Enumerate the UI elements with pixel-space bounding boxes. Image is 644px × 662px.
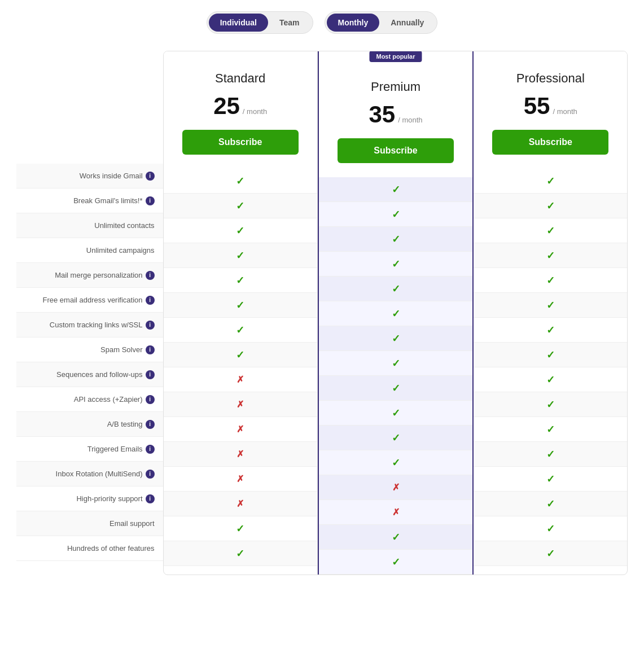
- feature-cell-professional-7: ✓: [474, 318, 627, 343]
- cross-icon: ✗: [236, 374, 244, 385]
- check-icon: ✓: [546, 349, 555, 361]
- feature-label-4: Unlimited campaigns: [16, 238, 163, 263]
- feature-label-9: Sequences and follow-upsi: [16, 362, 163, 387]
- plan-professional-subscribe[interactable]: Subscribe: [492, 130, 608, 155]
- feature-cell-standard-10: ✗: [164, 392, 317, 417]
- feature-label-text: Custom tracking links w/SSL: [50, 321, 143, 329]
- check-icon: ✓: [546, 473, 555, 485]
- info-icon[interactable]: i: [146, 370, 155, 379]
- check-icon: ✓: [392, 283, 400, 295]
- feature-cell-standard-4: ✓: [164, 243, 317, 268]
- info-icon[interactable]: i: [146, 345, 155, 354]
- check-icon: ✓: [392, 357, 400, 370]
- feature-label-text: Inbox Rotation (MultiSend): [56, 470, 143, 478]
- plan-standard: Standard 25 / month Subscribe ✓ ✓ ✓ ✓ ✓ …: [164, 51, 318, 575]
- plan-standard-header: Standard 25 / month Subscribe: [164, 51, 317, 169]
- check-icon: ✓: [236, 225, 244, 237]
- feature-label-8: Spam Solveri: [16, 337, 163, 362]
- check-icon: ✓: [236, 324, 244, 336]
- check-icon: ✓: [392, 382, 400, 394]
- info-icon[interactable]: i: [146, 494, 155, 503]
- plan-standard-subscribe[interactable]: Subscribe: [182, 130, 299, 155]
- toggle-annually[interactable]: Annually: [379, 14, 435, 32]
- feature-cell-premium-15: ✓: [319, 525, 472, 550]
- info-icon[interactable]: i: [146, 420, 155, 429]
- feature-cell-premium-6: ✓: [319, 301, 472, 326]
- feature-cell-standard-7: ✓: [164, 318, 317, 343]
- info-icon[interactable]: i: [146, 296, 155, 305]
- check-icon: ✓: [546, 175, 555, 187]
- feature-cell-standard-6: ✓: [164, 293, 317, 318]
- info-icon[interactable]: i: [146, 321, 155, 330]
- feature-cell-professional-16: ✓: [474, 541, 627, 566]
- cross-icon: ✗: [392, 482, 400, 493]
- toggle-monthly[interactable]: Monthly: [327, 14, 380, 32]
- feature-label-text: Hundreds of other features: [67, 544, 155, 553]
- feature-label-10: API access (+Zapier)i: [16, 387, 163, 412]
- info-icon[interactable]: i: [146, 470, 155, 479]
- feature-cell-premium-9: ✓: [319, 376, 472, 401]
- feature-label-text: High-priority support: [76, 494, 142, 503]
- feature-cell-professional-8: ✓: [474, 343, 627, 367]
- feature-label-3: Unlimited contacts: [16, 213, 163, 238]
- feature-cell-premium-10: ✓: [319, 401, 472, 426]
- feature-cell-standard-13: ✗: [164, 467, 317, 492]
- feature-cell-standard-14: ✗: [164, 492, 317, 516]
- check-icon: ✓: [546, 324, 555, 336]
- check-icon: ✓: [236, 175, 244, 187]
- check-icon: ✓: [546, 523, 555, 535]
- feature-cell-professional-6: ✓: [474, 293, 627, 318]
- check-icon: ✓: [546, 498, 555, 510]
- toggle-team[interactable]: Team: [268, 14, 311, 32]
- cross-icon: ✗: [236, 498, 244, 509]
- feature-label-11: A/B testingi: [16, 412, 163, 437]
- info-icon[interactable]: i: [146, 395, 155, 404]
- feature-cell-professional-3: ✓: [474, 218, 627, 243]
- feature-cell-standard-12: ✗: [164, 442, 317, 467]
- info-icon[interactable]: i: [146, 196, 155, 205]
- feature-cell-premium-16: ✓: [319, 550, 472, 575]
- plan-professional-period: / month: [553, 107, 577, 116]
- check-icon: ✓: [546, 299, 555, 312]
- feature-label-text: API access (+Zapier): [74, 395, 143, 404]
- check-icon: ✓: [546, 274, 555, 287]
- check-icon: ✓: [546, 398, 555, 411]
- plan-premium-price: 35 / month: [369, 101, 422, 128]
- check-icon: ✓: [546, 200, 555, 212]
- pricing-page: Individual Team Monthly Annually Works i…: [0, 0, 644, 598]
- feature-cell-professional-14: ✓: [474, 492, 627, 516]
- feature-label-14: High-priority supporti: [16, 486, 163, 511]
- check-icon: ✓: [236, 299, 244, 312]
- feature-label-15: Email support: [16, 511, 163, 536]
- feature-label-text: Mail merge personalization: [55, 271, 142, 279]
- info-icon[interactable]: i: [146, 445, 155, 454]
- check-icon: ✓: [546, 547, 555, 560]
- plan-standard-price: 25 / month: [213, 93, 267, 120]
- info-icon[interactable]: i: [146, 172, 155, 181]
- feature-cell-standard-9: ✗: [164, 367, 317, 392]
- feature-cell-premium-4: ✓: [319, 252, 472, 277]
- check-icon: ✓: [546, 448, 555, 461]
- info-icon[interactable]: i: [146, 271, 155, 280]
- feature-cell-premium-12: ✓: [319, 450, 472, 475]
- feature-label-text: Break Gmail's limits!*: [73, 196, 142, 205]
- plan-standard-amount: 25: [213, 93, 240, 120]
- check-icon: ✓: [392, 208, 400, 221]
- feature-cell-premium-5: ✓: [319, 277, 472, 301]
- feature-label-7: Custom tracking links w/SSLi: [16, 313, 163, 337]
- feature-cell-standard-3: ✓: [164, 218, 317, 243]
- pricing-table: Works inside GmailiBreak Gmail's limits!…: [16, 51, 628, 575]
- feature-cell-standard-11: ✗: [164, 417, 317, 442]
- feature-cell-standard-16: ✓: [164, 541, 317, 566]
- feature-label-5: Mail merge personalizationi: [16, 263, 163, 288]
- feature-cell-professional-15: ✓: [474, 516, 627, 541]
- feature-cell-professional-1: ✓: [474, 169, 627, 194]
- plan-premium-subscribe[interactable]: Subscribe: [338, 138, 454, 163]
- feature-cell-premium-2: ✓: [319, 202, 472, 227]
- feature-label-16: Hundreds of other features: [16, 536, 163, 561]
- check-icon: ✓: [392, 308, 400, 320]
- cross-icon: ✗: [236, 449, 244, 459]
- check-icon: ✓: [236, 547, 244, 560]
- toggle-individual[interactable]: Individual: [209, 14, 268, 32]
- feature-cell-premium-3: ✓: [319, 227, 472, 252]
